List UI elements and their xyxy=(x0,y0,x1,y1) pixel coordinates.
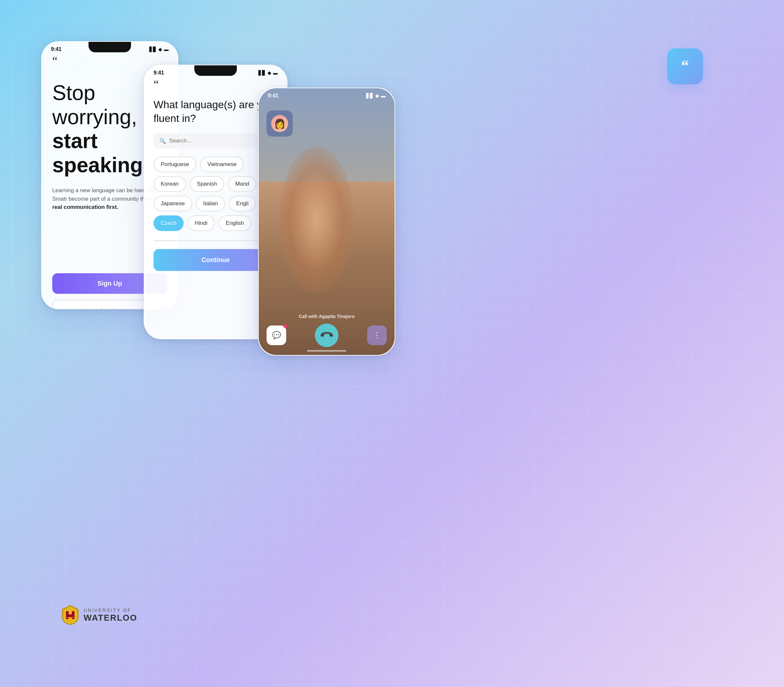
chat-button[interactable]: 💬 xyxy=(267,325,286,345)
chat-icon: 💬 xyxy=(272,331,281,340)
wifi-icon-2: ◆ xyxy=(267,70,271,76)
hero-line3: start xyxy=(52,129,98,153)
phone-1-time: 9:41 xyxy=(51,46,61,52)
chip-japanese[interactable]: Japanese xyxy=(154,196,192,212)
phone-3-home-indicator xyxy=(307,350,346,352)
svg-rect-3 xyxy=(67,617,74,618)
signal-icon-3: ▋▊ xyxy=(366,93,373,99)
notification-badge xyxy=(284,324,287,328)
avatar-image: 👩 xyxy=(271,115,288,132)
battery-icon-2: ▬ xyxy=(273,70,278,76)
svg-rect-2 xyxy=(66,615,74,617)
phone-3: 9:41 ▋▊ ◆ ▬ 👩 🎙 🔤 ✂ 🖥 xyxy=(258,87,395,356)
chip-hindi[interactable]: Hindi xyxy=(187,215,215,231)
phone-1-notch xyxy=(89,42,131,52)
wifi-icon: ◆ xyxy=(158,47,162,52)
waterloo-text: UNIVERSITY OF WATERLOO xyxy=(84,608,137,623)
chip-czech[interactable]: Czech xyxy=(154,215,184,231)
phone-3-time: 9:41 xyxy=(268,93,278,99)
chip-english-partial[interactable]: Engli xyxy=(229,196,256,212)
phone-2-time: 9:41 xyxy=(154,70,164,76)
end-call-button[interactable]: 📞 xyxy=(315,324,338,347)
phone-3-status-bar: 9:41 ▋▊ ◆ ▬ xyxy=(259,88,395,101)
video-bottom-bar: Call with Agapita Tinajero 💬 📞 ⋮ xyxy=(259,314,395,347)
chip-english[interactable]: English xyxy=(218,215,251,231)
wifi-icon-3: ◆ xyxy=(376,93,379,99)
call-label: Call with Agapita Tinajero xyxy=(267,314,387,319)
language-search-input[interactable] xyxy=(169,138,272,144)
chip-korean[interactable]: Korean xyxy=(154,176,186,192)
signal-icon-2: ▋▊ xyxy=(258,70,266,76)
more-options-button[interactable]: ⋮ xyxy=(367,325,387,345)
chip-vietnamese[interactable]: Vietnamese xyxy=(200,156,244,172)
app-icon: “ xyxy=(667,48,703,84)
more-icon: ⋮ xyxy=(373,331,381,340)
app-icon-quote: “ xyxy=(681,58,689,73)
scene: “ 9:41 ▋▊ ◆ ▬ “ Stop worrying, start spe… xyxy=(0,0,784,687)
search-icon: 🔍 xyxy=(159,138,166,144)
caller-name: Agapita Tinajero xyxy=(319,314,354,319)
chip-italian[interactable]: Italian xyxy=(196,196,225,212)
chip-mandarin[interactable]: Mand xyxy=(228,176,256,192)
waterloo-of-label: UNIVERSITY OF xyxy=(84,608,137,613)
waterloo-shield-icon xyxy=(61,605,79,626)
phone-3-status-icons: ▋▊ ◆ ▬ xyxy=(366,93,385,99)
face-highlight xyxy=(279,147,354,294)
hero-line4: speaking xyxy=(52,153,143,177)
battery-icon: ▬ xyxy=(164,47,169,52)
battery-icon-3: ▬ xyxy=(381,93,385,99)
hero-line1: Stop xyxy=(52,81,95,105)
waterloo-logo: UNIVERSITY OF WATERLOO xyxy=(61,605,137,626)
hero-line2: worrying, xyxy=(52,105,137,129)
phone-1-status-icons: ▋▊ ◆ ▬ xyxy=(149,47,169,52)
end-call-icon: 📞 xyxy=(319,327,335,343)
chip-portuguese[interactable]: Portuguese xyxy=(154,156,196,172)
avatar-icon: 👩 xyxy=(274,118,285,129)
phone-2-notch xyxy=(194,66,237,76)
phone-2-status-icons: ▋▊ ◆ ▬ xyxy=(258,70,278,76)
waterloo-name-label: WATERLOO xyxy=(84,613,137,623)
self-avatar: 👩 xyxy=(267,110,293,136)
signal-icon: ▋▊ xyxy=(149,47,156,52)
phone-1-quote-icon: “ xyxy=(52,55,167,67)
chip-spanish[interactable]: Spanish xyxy=(190,176,224,192)
call-controls: 💬 📞 ⋮ xyxy=(267,324,387,347)
